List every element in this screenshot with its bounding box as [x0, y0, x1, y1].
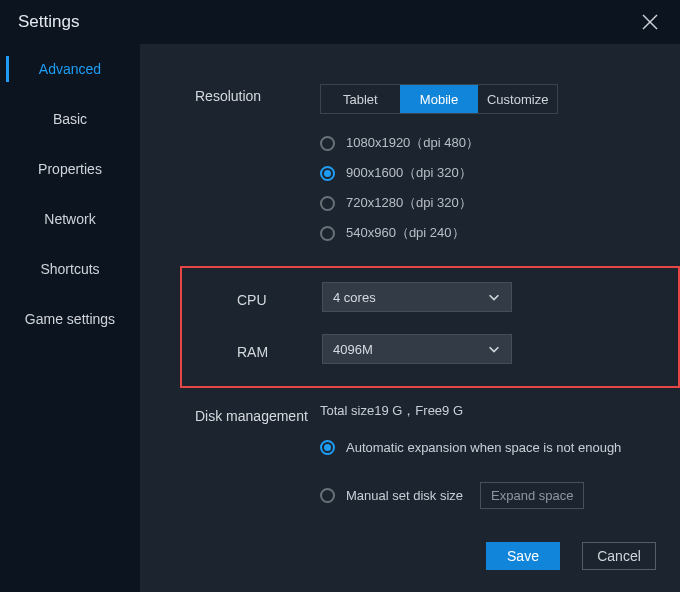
sidebar-item-label: Game settings — [25, 311, 115, 327]
disk-manual-option[interactable]: Manual set disk size Expand space — [320, 480, 660, 510]
ram-label: RAM — [182, 338, 322, 360]
resolution-option-label: 540x960（dpi 240） — [346, 224, 465, 242]
sidebar-item-game-settings[interactable]: Game settings — [0, 294, 140, 344]
resolution-option-label: 1080x1920（dpi 480） — [346, 134, 479, 152]
sidebar-item-shortcuts[interactable]: Shortcuts — [0, 244, 140, 294]
sidebar-item-basic[interactable]: Basic — [0, 94, 140, 144]
radio-icon — [320, 226, 335, 241]
sidebar-item-advanced[interactable]: Advanced — [0, 44, 140, 94]
radio-icon — [320, 136, 335, 151]
radio-icon — [320, 166, 335, 181]
chevron-down-icon — [487, 342, 501, 356]
disk-label: Disk management — [140, 402, 320, 424]
chevron-down-icon — [487, 290, 501, 304]
resolution-option[interactable]: 540x960（dpi 240） — [320, 218, 660, 248]
resolution-tab-tablet[interactable]: Tablet — [321, 85, 400, 113]
ram-value: 4096M — [333, 342, 373, 357]
resolution-option[interactable]: 900x1600（dpi 320） — [320, 158, 660, 188]
cpu-select[interactable]: 4 cores — [322, 282, 512, 312]
resolution-label: Resolution — [140, 82, 320, 104]
disk-manual-label: Manual set disk size — [346, 488, 463, 503]
sidebar-item-label: Network — [44, 211, 95, 227]
disk-info: Total size19 G，Free9 G — [320, 402, 660, 420]
settings-panel: Resolution TabletMobileCustomize 1080x19… — [140, 44, 680, 592]
cpu-value: 4 cores — [333, 290, 376, 305]
disk-auto-label: Automatic expansion when space is not en… — [346, 440, 621, 455]
resolution-tab-mobile[interactable]: Mobile — [400, 85, 479, 113]
disk-auto-option[interactable]: Automatic expansion when space is not en… — [320, 432, 660, 462]
cancel-button[interactable]: Cancel — [582, 542, 656, 570]
page-title: Settings — [18, 12, 79, 32]
sidebar-item-label: Properties — [38, 161, 102, 177]
save-button[interactable]: Save — [486, 542, 560, 570]
close-icon[interactable] — [642, 14, 658, 30]
cpu-label: CPU — [182, 286, 322, 308]
sidebar-item-network[interactable]: Network — [0, 194, 140, 244]
resolution-option[interactable]: 1080x1920（dpi 480） — [320, 128, 660, 158]
cpu-ram-highlight: CPU 4 cores RAM 4096M — [180, 266, 680, 388]
expand-space-button[interactable]: Expand space — [480, 482, 584, 509]
sidebar: AdvancedBasicPropertiesNetworkShortcutsG… — [0, 44, 140, 592]
resolution-option-label: 900x1600（dpi 320） — [346, 164, 472, 182]
radio-icon — [320, 440, 335, 455]
ram-select[interactable]: 4096M — [322, 334, 512, 364]
resolution-tabs: TabletMobileCustomize — [320, 84, 558, 114]
sidebar-item-label: Shortcuts — [40, 261, 99, 277]
sidebar-item-label: Advanced — [39, 61, 101, 77]
sidebar-item-label: Basic — [53, 111, 87, 127]
resolution-options: 1080x1920（dpi 480）900x1600（dpi 320）720x1… — [320, 128, 660, 248]
radio-icon — [320, 488, 335, 503]
sidebar-item-properties[interactable]: Properties — [0, 144, 140, 194]
radio-icon — [320, 196, 335, 211]
resolution-option[interactable]: 720x1280（dpi 320） — [320, 188, 660, 218]
resolution-option-label: 720x1280（dpi 320） — [346, 194, 472, 212]
resolution-tab-customize[interactable]: Customize — [478, 85, 557, 113]
